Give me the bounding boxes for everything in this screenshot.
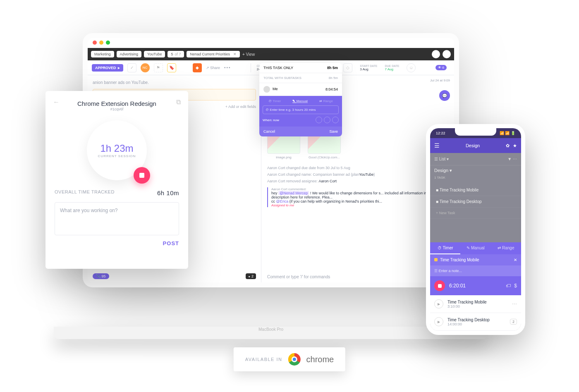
meta-due-date[interactable]: DUE DATE7 Aug [385, 65, 399, 71]
tab-current-priorities[interactable]: Nenad Current Priorities✕ [187, 51, 240, 57]
comment-author: Aaron Cort commented: [271, 187, 448, 191]
stop-timer-button[interactable] [134, 167, 150, 184]
play-icon[interactable]: ▶ [434, 317, 443, 326]
view-mode-selector[interactable]: ☰ List ▾ [434, 157, 449, 161]
watchers-badge[interactable]: 👁 6 [435, 65, 447, 70]
time-input[interactable]: ⏱ Enter time e.g. 3 hours 20 mins [263, 105, 339, 114]
extension-title: Chrome Extension Redesign [55, 100, 179, 107]
tag-icon[interactable]: 🏷 [506, 283, 511, 289]
phone-device: 12:22📶 📶 🔋 ☰ Design ✿★ ☰ List ▾ ▼ ⋯ Desi… [426, 124, 525, 335]
comment-body: hey @Nenad Mercep ! We would like to cha… [271, 191, 448, 199]
status-badge[interactable]: APPROVED ▸ [92, 64, 123, 72]
close-button[interactable] [443, 50, 451, 58]
session-label: CURRENT SESSION [98, 154, 136, 158]
comment-cc: cc @Erica (if you can help with organizi… [271, 199, 448, 203]
chat-bubble-button[interactable]: 💬 [439, 90, 450, 101]
bookmark-button[interactable]: 🔖 [167, 63, 176, 72]
tag-icon[interactable] [316, 117, 322, 123]
group-header[interactable]: Design ▾ [434, 168, 452, 173]
cancel-button[interactable]: Cancel [263, 129, 275, 134]
overall-label: OVERALL TIME TRACKED [55, 189, 115, 196]
popover-user-time: Me8:04:54 [259, 83, 342, 96]
recent-entry[interactable]: ▶ Time Tracking Desktop14:00:00 2 [430, 313, 521, 331]
overall-time: 6h 10m [157, 189, 179, 196]
priority-button[interactable]: ⚑ [154, 63, 163, 72]
dollar-icon[interactable]: $ [514, 283, 517, 289]
chrome-extension-panel: ← ⧉ Chrome Extension Redesign #1cqv6f 1h… [45, 91, 188, 269]
meta-start-date[interactable]: START DATE3 Aug [360, 65, 377, 71]
task-row[interactable]: ■ Time Tracking Mobile [430, 184, 521, 196]
more-icon[interactable]: ⋯ [513, 157, 517, 161]
log-entry: Aaron Cort changed name: Companion banne… [267, 172, 448, 177]
sheet-tab-timer[interactable]: ⏱ Timer [430, 242, 460, 254]
gitlab-icon[interactable]: ◆ [193, 63, 202, 72]
more-button[interactable]: ••• [224, 65, 231, 70]
attachment-count-pill[interactable]: 📎 95 [93, 273, 109, 279]
log-entry: Aaron Cort changed due date from 30 Jul … [267, 166, 448, 170]
time-tracking-popover: THIS TASK ONLY8h 5m TOTAL WITH SUBTASKS8… [259, 63, 342, 136]
add-view-button[interactable]: + View [242, 52, 255, 57]
check-button[interactable]: ✓ [127, 63, 136, 72]
attachment-list: image.png Good (ClickUp.com... [267, 133, 448, 159]
open-external-icon[interactable]: ⧉ [176, 98, 181, 106]
more-icon[interactable]: ⋯ [512, 301, 517, 307]
task-row[interactable]: ■ Time Tracking Desktop [430, 196, 521, 208]
tab-timer[interactable]: ⏱ Timer [268, 99, 281, 103]
new-task-button[interactable]: + New Task [430, 208, 521, 219]
tab-manual[interactable]: ✎ Manual [292, 99, 308, 103]
share-button[interactable]: ↗ Share [206, 66, 220, 70]
breadcrumb-youtube[interactable]: YouTube [144, 51, 165, 57]
available-in-label: AVAILABLE IN [245, 357, 282, 362]
star-icon[interactable]: ★ [513, 143, 517, 148]
extension-task-id: #1cqv6f [55, 107, 179, 111]
log-entry: Aaron Cort removed assignee: Aaron Cort [267, 179, 448, 183]
activity-log: Aaron Cort changed due date from 30 Jul … [267, 166, 448, 183]
mention[interactable]: @Erica [276, 199, 289, 203]
dollar-icon[interactable] [332, 117, 339, 123]
billable-icon[interactable] [324, 117, 330, 123]
attachment-good[interactable]: Good (ClickUp.com... [308, 133, 341, 159]
recent-entry[interactable]: ▶ Time Tracking Mobile3:10:00 ⋯ [430, 295, 521, 313]
sheet-elapsed-time: 6:20:01 [449, 283, 466, 289]
chrome-availability-badge[interactable]: AVAILABLE IN chrome [234, 347, 345, 371]
stop-timer-button[interactable] [434, 280, 445, 291]
points-icon[interactable]: ◇ [343, 63, 352, 72]
laptop-brand: MacBook Pro [258, 327, 283, 332]
when-label[interactable]: When: now [263, 118, 279, 122]
time-tabs: ⏱ Timer ✎ Manual ⇄ Range [263, 99, 339, 103]
chrome-name: chrome [306, 355, 334, 364]
custom-field-pill[interactable]: ⬥ 2 [246, 273, 256, 279]
filter-icon[interactable]: ▼ [507, 157, 512, 161]
assignee-avatar[interactable]: NC [141, 63, 150, 72]
entry-count: 2 [510, 319, 517, 325]
reminder-icon[interactable]: ☺ [407, 63, 416, 72]
save-button[interactable]: Save [329, 129, 338, 134]
note-input[interactable]: What are you working on? [55, 202, 179, 235]
breadcrumb-bar: Marketing Advertising YouTube 5 of 7 Nen… [88, 48, 454, 60]
mention[interactable]: @Nenad Mercep [278, 191, 309, 195]
breadcrumb-marketing[interactable]: Marketing [91, 51, 114, 57]
attachment-image[interactable]: image.png [267, 133, 300, 159]
close-icon[interactable]: ✕ [514, 258, 517, 262]
tab-range[interactable]: ⇄ Range [319, 99, 333, 103]
post-button[interactable]: POST [55, 240, 179, 246]
breadcrumb-advertising[interactable]: Advertising [117, 51, 142, 57]
comment-input[interactable]: Comment or type '/' for commands [267, 275, 448, 279]
session-time: 1h 23m [100, 143, 133, 154]
comment-assigned: Assigned to me [271, 203, 448, 207]
hamburger-icon[interactable]: ☰ [434, 142, 440, 149]
sheet-tab-manual[interactable]: ✎ Manual [460, 242, 490, 254]
play-icon[interactable]: ▶ [434, 299, 443, 308]
chrome-icon [288, 353, 301, 366]
sheet-note-input[interactable]: ☰ Enter a note... [430, 265, 521, 276]
group-task-count: 1 TASK [434, 176, 452, 179]
settings-icon[interactable]: ✿ [506, 143, 510, 148]
close-icon[interactable]: ✕ [233, 52, 237, 56]
back-button[interactable]: ← [53, 98, 60, 106]
task-counter: 5 of 7 [167, 51, 184, 57]
minimize-button[interactable] [432, 50, 440, 58]
window-controls[interactable] [93, 41, 110, 45]
sheet-active-task[interactable]: Time Tracking Mobile✕ [430, 254, 521, 265]
sheet-tab-range[interactable]: ⇄ Range [491, 242, 521, 254]
phone-header: ☰ Design ✿★ [430, 138, 521, 153]
